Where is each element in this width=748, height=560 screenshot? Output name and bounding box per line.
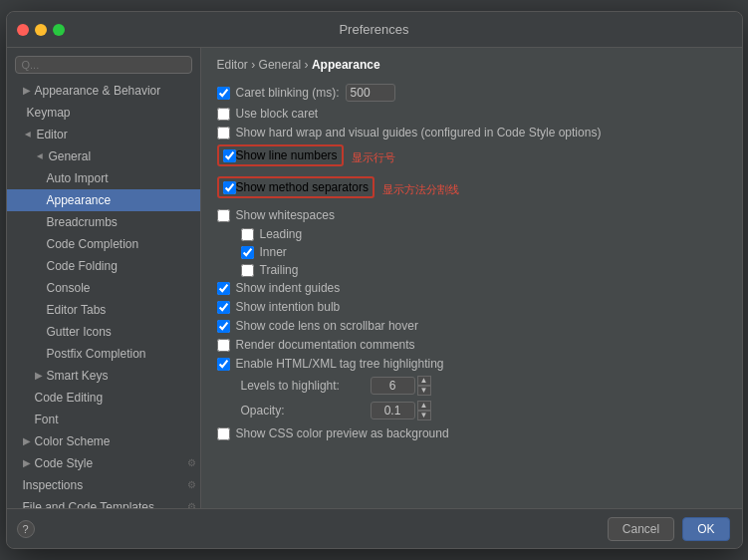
use-block-caret-label: Use block caret <box>236 107 319 121</box>
window-title: Preferences <box>339 22 408 37</box>
breadcrumb-editor: Editor <box>217 58 248 72</box>
show-whitespaces-row: Show whitespaces <box>217 208 726 222</box>
title-bar: Preferences <box>7 12 742 48</box>
inner-row: Inner <box>217 245 726 259</box>
help-button[interactable]: ? <box>17 520 35 538</box>
sidebar-label: Font <box>35 411 59 428</box>
sidebar-label: Code Style <box>35 454 94 472</box>
settings-icon: ⚙ <box>187 476 196 494</box>
close-button[interactable] <box>17 24 29 36</box>
use-block-caret-row: Use block caret <box>217 107 726 121</box>
search-input[interactable] <box>15 56 192 74</box>
sidebar-item-color-scheme[interactable]: ▶ Color Scheme <box>7 430 200 452</box>
sidebar-item-code-style[interactable]: ▶ Code Style ⚙ <box>7 452 200 474</box>
breadcrumb-separator2: › <box>305 58 312 72</box>
trailing-row: Trailing <box>217 263 726 277</box>
sidebar-item-editor-tabs[interactable]: Editor Tabs <box>7 299 200 321</box>
show-indent-guides-label: Show indent guides <box>236 281 341 295</box>
sidebar-item-auto-import[interactable]: Auto Import <box>7 167 200 189</box>
settings-icon: ⚙ <box>187 454 196 472</box>
use-block-caret-checkbox[interactable] <box>217 108 230 121</box>
sidebar-label: Code Editing <box>35 389 104 407</box>
enable-html-xml-row: Enable HTML/XML tag tree highlighting <box>217 357 726 371</box>
sidebar-label: File and Code Templates <box>23 498 155 508</box>
bottom-bar-wrapper: ? Cancel OK <box>7 508 742 548</box>
leading-checkbox[interactable] <box>241 228 254 241</box>
sidebar-item-gutter-icons[interactable]: Gutter Icons <box>7 321 200 343</box>
caret-blinking-row: Caret blinking (ms): <box>217 84 726 102</box>
sidebar-label: Editor <box>36 126 67 143</box>
sidebar-item-font[interactable]: Font <box>7 409 200 430</box>
levels-highlight-spinbox: ▲ ▼ <box>371 376 431 396</box>
minimize-button[interactable] <box>35 24 47 36</box>
sidebar-item-keymap[interactable]: Keymap <box>7 102 200 124</box>
show-method-separators-checkbox[interactable] <box>223 181 236 194</box>
sidebar-item-code-editing[interactable]: Code Editing <box>7 387 200 409</box>
opacity-input[interactable] <box>371 402 415 420</box>
show-css-preview-row: Show CSS color preview as background <box>217 426 726 440</box>
arrow-icon: ▼ <box>30 151 48 161</box>
sidebar-item-inspections[interactable]: Inspections ⚙ <box>7 474 200 496</box>
sidebar-label: Console <box>47 279 91 297</box>
show-line-numbers-row: Show line numbers 显示行号 <box>217 144 726 171</box>
sidebar-label: Color Scheme <box>35 432 111 450</box>
show-method-separators-label: Show method separators <box>236 180 369 194</box>
show-line-numbers-highlight-box: Show line numbers <box>217 144 344 166</box>
inner-label: Inner <box>260 245 287 259</box>
sidebar: ▶ Appearance & Behavior Keymap ▼ Editor … <box>7 48 201 508</box>
render-docs-label: Render documentation comments <box>236 338 415 352</box>
sidebar-item-smart-keys[interactable]: ▶ Smart Keys <box>7 365 200 387</box>
sidebar-item-file-code-templates[interactable]: File and Code Templates ⚙ <box>7 496 200 508</box>
sidebar-label: Auto Import <box>47 169 109 187</box>
caret-blinking-input[interactable] <box>346 84 395 102</box>
levels-spin-down[interactable]: ▼ <box>417 386 431 396</box>
render-docs-row: Render documentation comments <box>217 338 726 352</box>
sidebar-label: Code Completion <box>47 235 139 253</box>
sidebar-item-editor[interactable]: ▼ Editor <box>7 124 200 145</box>
sidebar-item-appearance[interactable]: Appearance <box>7 189 200 211</box>
show-code-lens-checkbox[interactable] <box>217 320 230 333</box>
show-css-preview-checkbox[interactable] <box>217 427 230 440</box>
maximize-button[interactable] <box>53 24 65 36</box>
caret-blinking-label: Caret blinking (ms): <box>236 86 340 100</box>
show-whitespaces-checkbox[interactable] <box>217 209 230 222</box>
enable-html-xml-label: Enable HTML/XML tag tree highlighting <box>236 357 444 371</box>
sidebar-label: Smart Keys <box>47 367 109 385</box>
sidebar-item-postfix-completion[interactable]: Postfix Completion <box>7 343 200 365</box>
show-line-numbers-checkbox[interactable] <box>223 149 236 162</box>
show-intention-bulb-checkbox[interactable] <box>217 301 230 314</box>
show-whitespaces-label: Show whitespaces <box>236 208 335 222</box>
levels-spin-up[interactable]: ▲ <box>417 376 431 386</box>
levels-highlight-input[interactable] <box>371 377 415 395</box>
show-indent-guides-checkbox[interactable] <box>217 282 230 295</box>
show-code-lens-row: Show code lens on scrollbar hover <box>217 319 726 333</box>
opacity-spin-down[interactable]: ▼ <box>417 411 431 420</box>
breadcrumb-current: Appearance <box>312 58 380 72</box>
cancel-button[interactable]: Cancel <box>608 517 674 541</box>
sidebar-label: Breadcrumbs <box>47 213 118 231</box>
inner-checkbox[interactable] <box>241 246 254 259</box>
arrow-icon: ▶ <box>23 432 31 450</box>
arrow-icon: ▼ <box>18 130 36 140</box>
breadcrumb-general: General <box>259 58 302 72</box>
leading-label: Leading <box>260 227 303 241</box>
render-docs-checkbox[interactable] <box>217 339 230 352</box>
trailing-checkbox[interactable] <box>241 264 254 277</box>
ok-button[interactable]: OK <box>682 517 729 541</box>
caret-blinking-checkbox[interactable] <box>217 87 230 100</box>
main-content: ▶ Appearance & Behavior Keymap ▼ Editor … <box>7 48 742 508</box>
sidebar-item-appearance-behavior[interactable]: ▶ Appearance & Behavior <box>7 80 200 102</box>
show-method-separators-highlight-box: Show method separators <box>217 176 374 198</box>
search-bar <box>7 52 200 78</box>
opacity-spin-up[interactable]: ▲ <box>417 401 431 411</box>
sidebar-item-code-completion[interactable]: Code Completion <box>7 233 200 255</box>
trailing-label: Trailing <box>260 263 299 277</box>
sidebar-item-code-folding[interactable]: Code Folding <box>7 255 200 277</box>
show-hard-wrap-checkbox[interactable] <box>217 127 230 140</box>
sidebar-item-breadcrumbs[interactable]: Breadcrumbs <box>7 211 200 233</box>
enable-html-xml-checkbox[interactable] <box>217 358 230 371</box>
sidebar-item-console[interactable]: Console <box>7 277 200 299</box>
sidebar-item-general[interactable]: ▼ General <box>7 145 200 167</box>
arrow-icon: ▶ <box>35 367 43 385</box>
leading-row: Leading <box>217 227 726 241</box>
